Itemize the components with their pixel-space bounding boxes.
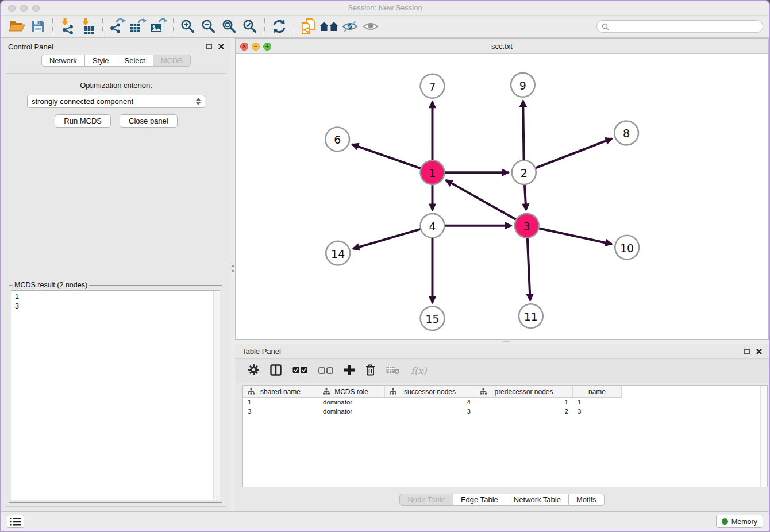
select-all-button[interactable]	[292, 366, 307, 376]
select-stepper-icon	[196, 98, 201, 105]
zoom-out-button[interactable]	[198, 17, 219, 36]
edge-2-3[interactable]	[525, 184, 526, 210]
network-graph: 7968124314101511	[236, 54, 768, 339]
delete-table-button[interactable]	[386, 365, 400, 377]
memory-button[interactable]: Memory	[716, 515, 763, 528]
tab-network-table[interactable]: Network Table	[506, 494, 569, 506]
function-builder-button[interactable]: f(x)	[411, 365, 426, 376]
zoom-window-button[interactable]	[32, 5, 40, 12]
minimize-window-button[interactable]	[20, 5, 28, 12]
criterion-select[interactable]: strongly connected component	[27, 95, 205, 108]
edge-3-1[interactable]	[446, 180, 517, 219]
edge-2-8[interactable]	[535, 138, 612, 168]
column-header-predecessor-nodes[interactable]: predecessor nodes	[475, 386, 573, 397]
close-panel-icon[interactable]	[218, 44, 224, 49]
table-header-row: shared nameMCDS rolesuccessor nodesprede…	[243, 386, 622, 398]
refresh-button[interactable]	[269, 17, 290, 36]
column-header-successor-nodes[interactable]: successor nodes	[385, 386, 475, 397]
edge-2-9[interactable]	[523, 101, 523, 161]
zoom-in-button[interactable]	[178, 17, 198, 36]
app-window: Session: New Session	[0, 0, 770, 532]
search-input[interactable]	[612, 22, 758, 30]
tab-style[interactable]: Style	[85, 55, 117, 67]
homes-icon	[319, 20, 339, 33]
deselect-all-button[interactable]	[318, 366, 333, 376]
tab-motifs[interactable]: Motifs	[569, 494, 605, 506]
table-panel: Table Panel	[235, 344, 769, 511]
export-network-icon	[109, 18, 126, 34]
export-image-icon	[150, 18, 167, 34]
table-toolbar: f(x)	[235, 358, 769, 383]
edge-3-11[interactable]	[528, 238, 530, 301]
mcds-result-group: MCDS result (2 nodes) 1 3	[9, 285, 222, 503]
optimization-criterion-label: Optimization criterion:	[6, 81, 226, 90]
tab-edge-table[interactable]: Edge Table	[453, 494, 506, 506]
tab-network[interactable]: Network	[41, 55, 85, 67]
column-header-shared-name[interactable]: shared name	[243, 386, 318, 397]
column-header-name[interactable]: name	[573, 386, 621, 397]
horizontal-splitter[interactable]	[235, 340, 769, 344]
import-network-button[interactable]	[57, 17, 78, 36]
network-window-titlebar: × − + scc.txt	[236, 39, 768, 54]
float-table-panel-icon[interactable]	[744, 349, 750, 354]
result-scrollbar[interactable]	[213, 291, 220, 500]
run-mcds-button[interactable]: Run MCDS	[55, 114, 111, 128]
vertical-splitter[interactable]	[231, 38, 235, 511]
edge-3-10[interactable]	[538, 228, 612, 244]
zoom-view-button[interactable]: +	[263, 43, 271, 51]
search-box[interactable]	[596, 20, 763, 33]
hide-selected-button[interactable]	[340, 17, 360, 36]
close-view-button[interactable]: ×	[240, 43, 248, 51]
show-all-button[interactable]	[360, 17, 381, 36]
plus-icon	[344, 365, 355, 375]
network-file-title: scc.txt	[236, 39, 768, 53]
copy-network-button[interactable]	[298, 17, 319, 36]
zoom-fit-button[interactable]	[219, 17, 240, 36]
node-label-3: 3	[523, 220, 530, 233]
gear-icon	[248, 364, 259, 375]
close-panel-button[interactable]: Close panel	[120, 114, 178, 128]
save-icon	[31, 20, 45, 33]
save-session-button[interactable]	[28, 17, 48, 36]
eye-slash-icon	[342, 20, 358, 33]
mcds-result-box[interactable]: 1 3	[11, 290, 220, 500]
import-table-button[interactable]	[78, 17, 98, 36]
open-folder-button[interactable]	[7, 17, 28, 36]
float-panel-icon[interactable]	[206, 44, 212, 49]
edge-4-14[interactable]	[353, 229, 421, 249]
tab-select[interactable]: Select	[117, 55, 153, 67]
delete-column-button[interactable]	[365, 364, 375, 378]
node-table: shared nameMCDS rolesuccessor nodesprede…	[242, 385, 768, 487]
column-header-MCDS-role[interactable]: MCDS role	[318, 386, 385, 397]
zoom-out-icon	[201, 18, 217, 34]
copy-network-icon	[302, 18, 315, 34]
export-network-button[interactable]	[107, 17, 128, 36]
network-view-window: × − + scc.txt 7968124314101511	[235, 38, 769, 340]
export-table-button[interactable]	[128, 17, 148, 36]
close-window-button[interactable]	[8, 5, 16, 12]
home-views-button[interactable]	[319, 17, 340, 36]
node-label-15: 15	[425, 313, 439, 325]
node-label-8: 8	[623, 127, 630, 140]
table-row[interactable]: 3dominator323	[243, 407, 767, 416]
close-table-panel-icon[interactable]	[756, 349, 762, 354]
tab-node-table[interactable]: Node Table	[399, 494, 453, 506]
node-label-4: 4	[429, 220, 436, 233]
column-split-button[interactable]	[270, 364, 282, 378]
table-row[interactable]: 1dominator411	[243, 398, 767, 407]
status-bar: Memory	[1, 511, 769, 531]
minimize-view-button[interactable]: −	[252, 43, 260, 51]
task-history-button[interactable]	[7, 515, 24, 528]
add-column-button[interactable]	[344, 365, 355, 377]
zoom-selected-button[interactable]	[240, 17, 260, 36]
table-tabs: Node TableEdge TableNetwork TableMotifs	[235, 487, 769, 511]
network-canvas[interactable]: 7968124314101511	[236, 54, 768, 339]
export-image-button[interactable]	[148, 17, 169, 36]
node-label-2: 2	[521, 167, 528, 179]
mcds-result-title: MCDS result (2 nodes)	[13, 281, 89, 289]
table-panel-title: Table Panel	[242, 347, 281, 356]
table-settings-button[interactable]	[248, 364, 259, 377]
table-scrollbar[interactable]	[760, 386, 767, 487]
edge-1-6[interactable]	[352, 144, 421, 168]
tab-mcds[interactable]: MCDS	[153, 55, 191, 67]
